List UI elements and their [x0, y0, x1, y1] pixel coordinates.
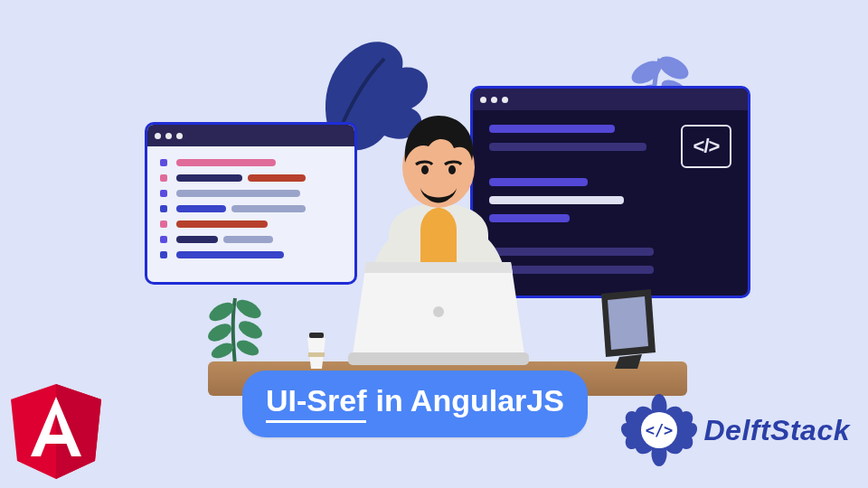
- article-title-pill: UI-Sref in AngularJS: [242, 371, 588, 437]
- code-window-left: [145, 122, 357, 285]
- plant-icon: [190, 289, 280, 371]
- svg-point-7: [421, 165, 429, 174]
- delftstack-logo: </> DelftStack: [619, 390, 851, 470]
- laptop-icon: [348, 262, 529, 366]
- window-titlebar: [147, 125, 354, 146]
- svg-rect-18: [308, 352, 325, 357]
- title-rest: in AngularJS: [375, 383, 563, 418]
- svg-text:</>: </>: [645, 421, 673, 439]
- title-highlight: UI-Sref: [266, 383, 366, 423]
- svg-rect-9: [348, 352, 529, 365]
- svg-point-14: [236, 317, 265, 342]
- code-tag-text: </>: [693, 135, 720, 158]
- delftstack-name: DelftStack: [704, 414, 851, 447]
- picture-frame-icon: [592, 289, 660, 371]
- svg-rect-17: [309, 333, 324, 338]
- angular-logo-icon: [11, 384, 101, 479]
- code-tag-icon: </>: [681, 125, 731, 168]
- svg-point-8: [448, 165, 456, 174]
- svg-point-10: [433, 306, 444, 317]
- hero-illustration: </>: [145, 36, 723, 416]
- svg-point-12: [233, 296, 264, 323]
- coffee-cup-icon: [303, 325, 330, 371]
- svg-point-16: [234, 337, 260, 359]
- svg-point-13: [205, 320, 234, 344]
- delftstack-badge-icon: </>: [619, 390, 699, 470]
